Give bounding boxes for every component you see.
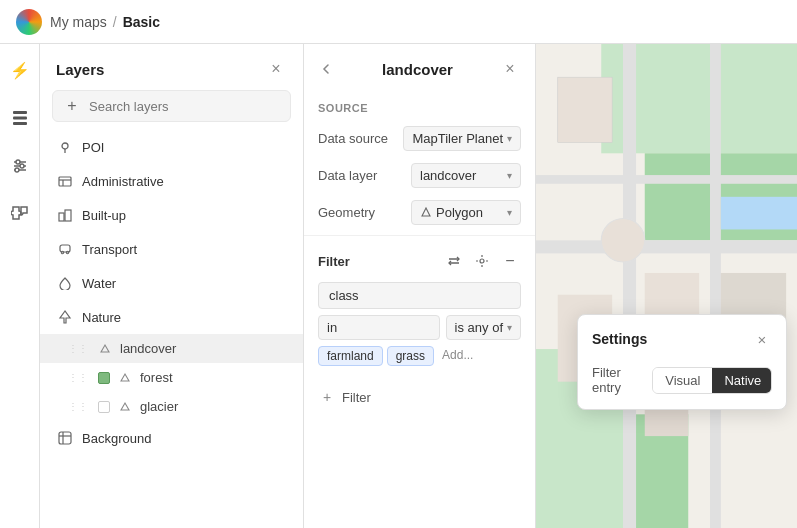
svg-point-7 (20, 164, 24, 168)
filter-swap-button[interactable] (443, 250, 465, 272)
breadcrumb: My maps / Basic (50, 14, 160, 30)
layer-group-background-label: Background (82, 431, 151, 446)
filter-tag-grass[interactable]: grass (387, 346, 434, 366)
layers-panel-title: Layers (56, 61, 104, 78)
filter-operator-text: in (327, 320, 337, 335)
svg-point-21 (480, 259, 484, 263)
layer-group-transport[interactable]: Transport (40, 232, 303, 266)
filter-field-name[interactable]: class (318, 282, 521, 309)
filter-operator[interactable]: in (318, 315, 440, 340)
data-source-value[interactable]: MapTiler Planet ▾ (403, 126, 521, 151)
details-panel: landcover × Source Data source MapTiler … (304, 44, 536, 528)
settings-popup: Settings × Filter entry Visual Native (577, 314, 787, 410)
water-icon (56, 274, 74, 292)
svg-point-8 (15, 168, 19, 172)
svg-rect-39 (721, 197, 797, 230)
close-icon: × (505, 60, 514, 78)
add-layer-button[interactable]: + (63, 97, 81, 115)
filter-remove-button[interactable]: − (499, 250, 521, 272)
sidebar-item-puzzle[interactable] (6, 200, 34, 228)
close-icon: × (758, 331, 767, 348)
filter-field: class in is any of ▾ farmlan (318, 282, 521, 366)
layer-item-landcover[interactable]: ⋮⋮ landcover (40, 334, 303, 363)
chevron-down-icon: ▾ (507, 322, 512, 333)
add-filter-row[interactable]: + Filter (304, 382, 535, 412)
svg-rect-31 (558, 77, 612, 142)
svg-rect-27 (536, 240, 797, 253)
layer-group-administrative[interactable]: Administrative (40, 164, 303, 198)
administrative-icon (56, 172, 74, 190)
glacier-polygon-icon (118, 400, 132, 414)
sliders-icon (11, 157, 29, 175)
geometry-value[interactable]: Polygon ▾ (411, 200, 521, 225)
layer-item-forest-label: forest (140, 370, 173, 385)
layer-group-poi[interactable]: POI (40, 130, 303, 164)
breadcrumb-current: Basic (123, 14, 160, 30)
lightning-icon: ⚡ (10, 61, 30, 80)
source-section-label: Source (304, 92, 535, 120)
field-data-source: Data source MapTiler Planet ▾ (304, 120, 535, 157)
details-title: landcover (382, 61, 453, 78)
geometry-text: Polygon (436, 205, 483, 220)
forest-polygon-icon (118, 371, 132, 385)
visual-toggle[interactable]: Visual (653, 368, 712, 393)
polygon-icon (98, 342, 112, 356)
svg-point-9 (62, 143, 68, 149)
filter-add-tag[interactable]: Add... (438, 346, 477, 366)
icon-sidebar: ⚡ (0, 44, 40, 528)
data-layer-label: Data layer (318, 168, 377, 183)
layer-group-poi-label: POI (82, 140, 104, 155)
transport-icon (56, 240, 74, 258)
glacier-color (98, 401, 110, 413)
layer-group-water[interactable]: Water (40, 266, 303, 300)
layer-item-landcover-label: landcover (120, 341, 176, 356)
filter-type[interactable]: is any of ▾ (446, 315, 521, 340)
svg-rect-29 (536, 175, 797, 184)
drag-handle: ⋮⋮ (68, 401, 88, 412)
close-icon: × (271, 60, 280, 78)
drag-handle: ⋮⋮ (68, 372, 88, 383)
layers-panel-header: Layers × (40, 44, 303, 90)
sidebar-item-lightning[interactable]: ⚡ (6, 56, 34, 84)
settings-popup-close[interactable]: × (752, 329, 772, 349)
layer-group-nature[interactable]: Nature (40, 300, 303, 334)
native-toggle[interactable]: Native (712, 368, 772, 393)
data-layer-value[interactable]: landcover ▾ (411, 163, 521, 188)
main-content: ⚡ (0, 44, 797, 528)
field-geometry: Geometry Polygon ▾ (304, 194, 535, 231)
sidebar-item-layers[interactable] (6, 104, 34, 132)
layer-group-water-label: Water (82, 276, 116, 291)
svg-rect-15 (60, 245, 70, 252)
search-input[interactable] (89, 99, 280, 114)
filter-tag-farmland[interactable]: farmland (318, 346, 383, 366)
data-source-label: Data source (318, 131, 388, 146)
breadcrumb-parent[interactable]: My maps (50, 14, 107, 30)
data-layer-text: landcover (420, 168, 476, 183)
divider (304, 235, 535, 236)
settings-popup-header: Settings × (592, 329, 772, 349)
chevron-down-icon: ▾ (507, 133, 512, 144)
settings-popup-title: Settings (592, 331, 647, 347)
layer-item-glacier[interactable]: ⋮⋮ glacier (40, 392, 303, 421)
details-close[interactable]: × (499, 58, 521, 80)
svg-rect-10 (59, 177, 71, 186)
map-area[interactable]: Settings × Filter entry Visual Native (536, 44, 797, 528)
add-filter-label: Filter (342, 390, 371, 405)
chevron-down-icon: ▾ (507, 207, 512, 218)
app: My maps / Basic ⚡ (0, 0, 797, 528)
app-logo (16, 9, 42, 35)
field-data-layer: Data layer landcover ▾ (304, 157, 535, 194)
sidebar-item-sliders[interactable] (6, 152, 34, 180)
filter-settings-button[interactable] (471, 250, 493, 272)
filter-entry-label: Filter entry (592, 365, 652, 395)
layer-item-forest[interactable]: ⋮⋮ forest (40, 363, 303, 392)
minus-icon: − (505, 253, 514, 269)
drag-handle: ⋮⋮ (68, 343, 88, 354)
svg-rect-0 (13, 111, 27, 114)
layer-group-builtup[interactable]: Built-up (40, 198, 303, 232)
layers-panel-close[interactable]: × (265, 58, 287, 80)
svg-rect-2 (13, 122, 27, 125)
svg-point-37 (601, 219, 645, 263)
layer-group-background[interactable]: Background (40, 421, 303, 455)
chevron-down-icon: ▾ (507, 170, 512, 181)
